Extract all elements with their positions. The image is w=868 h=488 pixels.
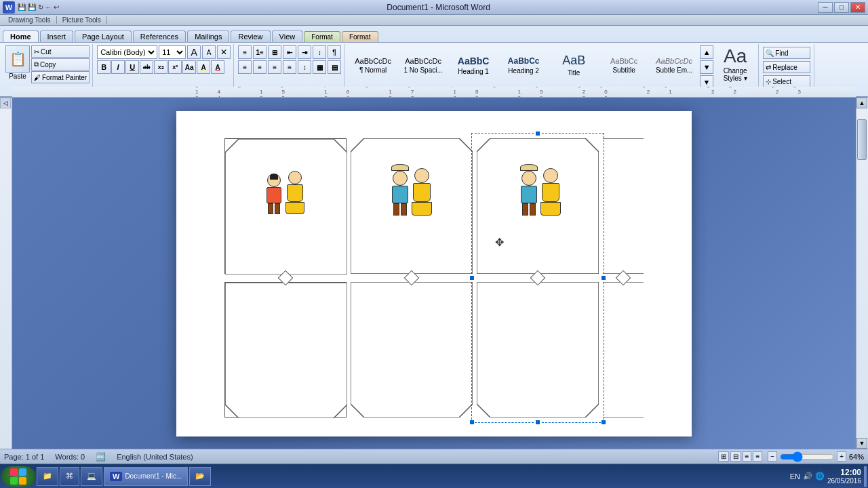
change-styles-button[interactable]: Aa ChangeStyles ▾ bbox=[715, 45, 755, 82]
borders-button[interactable]: ▤ bbox=[328, 60, 341, 74]
superscript-button[interactable]: x² bbox=[168, 60, 182, 74]
style-no-spacing[interactable]: AaBbCcDc 1 No Spaci... bbox=[399, 45, 448, 85]
zoom-in-button[interactable]: + bbox=[837, 451, 846, 462]
taskbar-explorer[interactable]: 📂 bbox=[189, 467, 211, 486]
view-web-button[interactable]: ≡ bbox=[743, 451, 752, 462]
align-left-button[interactable]: ≡ bbox=[238, 60, 252, 74]
show-desktop-button[interactable] bbox=[864, 466, 867, 487]
copy-button[interactable]: ⧉ Copy bbox=[31, 58, 90, 70]
shading-button[interactable]: ▦ bbox=[313, 60, 326, 74]
window-controls[interactable]: ─ □ ✕ bbox=[818, 2, 865, 13]
box-bottom-4 bbox=[603, 282, 644, 418]
boy-body-3 bbox=[521, 186, 537, 203]
maximize-button[interactable]: □ bbox=[834, 2, 849, 13]
grow-font-button[interactable]: A bbox=[187, 45, 201, 59]
line-spacing-button[interactable]: ↕ bbox=[298, 60, 311, 74]
font-family-select[interactable]: Calibri (Body) bbox=[97, 45, 157, 59]
paste-button[interactable]: 📋 bbox=[5, 45, 30, 73]
clear-format-button[interactable]: ✕ bbox=[217, 45, 231, 59]
box-bottom-svg-4 bbox=[603, 282, 644, 418]
word-task-label: Document1 - Mic... bbox=[125, 472, 182, 480]
view-draft-button[interactable]: ≡ bbox=[753, 451, 762, 462]
show-para-button[interactable]: ¶ bbox=[328, 45, 341, 59]
taskbar-files[interactable]: 💻 bbox=[81, 467, 102, 486]
style-normal[interactable]: AaBbCcDc ¶ Normal bbox=[349, 45, 397, 85]
tab-home[interactable]: Home bbox=[3, 30, 39, 42]
handle-bottom-right[interactable] bbox=[601, 420, 606, 425]
italic-button[interactable]: I bbox=[111, 60, 125, 74]
boy-hat-char-3 bbox=[520, 164, 538, 216]
minimize-button[interactable]: ─ bbox=[818, 2, 833, 13]
handle-bottom-left[interactable] bbox=[469, 420, 475, 425]
text-highlight-button[interactable]: A bbox=[197, 60, 210, 74]
handle-bottom[interactable] bbox=[535, 420, 540, 425]
style-subtitle-preview: AaBbCc bbox=[610, 57, 637, 65]
sort-button[interactable]: ↕ bbox=[313, 45, 326, 59]
zoom-slider[interactable] bbox=[780, 451, 834, 462]
handle-top[interactable] bbox=[535, 131, 540, 136]
cut-button[interactable]: ✂ Cut bbox=[31, 45, 90, 58]
decrease-indent-button[interactable]: ⇤ bbox=[283, 45, 296, 59]
align-right-button[interactable]: ≡ bbox=[268, 60, 281, 74]
view-full-button[interactable]: ⊟ bbox=[730, 451, 741, 462]
taskbar-right: EN 🔊 🌐 12:00 26/05/2016 bbox=[790, 466, 867, 487]
boy-head-1 bbox=[267, 174, 281, 187]
scroll-up-button[interactable]: ▲ bbox=[856, 98, 867, 108]
view-print-button[interactable]: ⊞ bbox=[718, 451, 729, 462]
tab-review[interactable]: Review bbox=[231, 30, 270, 42]
strikethrough-button[interactable]: ab bbox=[140, 60, 153, 74]
box-bottom-2 bbox=[351, 282, 473, 418]
underline-button[interactable]: U bbox=[125, 60, 139, 74]
style-subtle-em[interactable]: AaBbCcDc Subtle Em... bbox=[650, 45, 698, 85]
folder-icon: 📁 bbox=[43, 472, 52, 481]
tab-insert[interactable]: Insert bbox=[40, 30, 74, 42]
taskbar-bluetooth[interactable]: ⌘ bbox=[60, 467, 79, 486]
styles-scroll-up[interactable]: ▲ bbox=[700, 45, 713, 59]
font-color-button[interactable]: A bbox=[211, 60, 224, 74]
box-top-4 bbox=[603, 138, 644, 274]
panel-toggle[interactable]: ◁ bbox=[0, 98, 11, 108]
box-template-1 bbox=[224, 138, 347, 418]
tab-references[interactable]: References bbox=[133, 30, 186, 42]
box-template-3-selected[interactable]: ✥ bbox=[477, 138, 599, 418]
find-button[interactable]: 🔍 Find bbox=[763, 47, 810, 59]
language-indicator: EN bbox=[790, 472, 800, 481]
start-button[interactable] bbox=[1, 466, 35, 487]
align-center-button[interactable]: ≡ bbox=[253, 60, 267, 74]
increase-indent-button[interactable]: ⇥ bbox=[298, 45, 311, 59]
styles-scroll-down[interactable]: ▼ bbox=[700, 60, 713, 74]
tab-page-layout[interactable]: Page Layout bbox=[75, 30, 132, 42]
style-subtitle[interactable]: AaBbCc Subtitle bbox=[599, 45, 648, 85]
close-button[interactable]: ✕ bbox=[850, 2, 865, 13]
svg-marker-7 bbox=[603, 282, 644, 418]
taskbar-word[interactable]: W Document1 - Mic... bbox=[104, 467, 188, 486]
font-size-select[interactable]: 11 bbox=[159, 45, 186, 59]
select-button[interactable]: ⊹ Select bbox=[763, 75, 810, 87]
style-heading1[interactable]: AaBbC Heading 1 bbox=[449, 45, 498, 85]
style-heading2[interactable]: AaBbCc Heading 2 bbox=[499, 45, 548, 85]
format-painter-button[interactable]: 🖌 Format Painter bbox=[31, 71, 90, 83]
scroll-thumb[interactable] bbox=[857, 119, 867, 160]
tool-tabs-bar: Drawing Tools Picture Tools bbox=[0, 15, 868, 26]
tab-picture-format[interactable]: Format bbox=[342, 31, 378, 42]
clock: 12:00 26/05/2016 bbox=[827, 468, 861, 485]
justify-button[interactable]: ≡ bbox=[283, 60, 296, 74]
bold-button[interactable]: B bbox=[97, 60, 111, 74]
shrink-font-button[interactable]: A bbox=[202, 45, 216, 59]
bullets-button[interactable]: ≡ bbox=[238, 45, 252, 59]
zoom-out-button[interactable]: − bbox=[768, 451, 777, 462]
numbering-button[interactable]: 1≡ bbox=[253, 45, 267, 59]
taskbar: 📁 ⌘ 💻 W Document1 - Mic... 📂 EN 🔊 🌐 12:0… bbox=[0, 464, 868, 488]
multilevel-list-button[interactable]: ⊞ bbox=[268, 45, 281, 59]
change-case-button[interactable]: Aa bbox=[182, 60, 196, 74]
scroll-down-button[interactable]: ▼ bbox=[856, 438, 867, 449]
document-container[interactable]: ✥ bbox=[12, 98, 856, 449]
tab-view[interactable]: View bbox=[272, 30, 303, 42]
tab-mailings[interactable]: Mailings bbox=[187, 30, 229, 42]
replace-button[interactable]: ⇄ Replace bbox=[763, 61, 810, 73]
tab-drawing-format[interactable]: Format bbox=[304, 31, 340, 42]
style-title[interactable]: AaB Title bbox=[549, 45, 598, 85]
taskbar-folder[interactable]: 📁 bbox=[37, 467, 58, 486]
word-icon: W bbox=[3, 1, 15, 14]
subscript-button[interactable]: x₂ bbox=[154, 60, 167, 74]
